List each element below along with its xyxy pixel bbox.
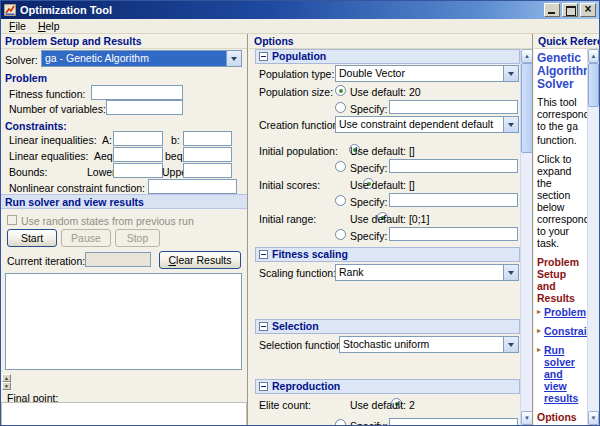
scroll-up-icon[interactable] <box>521 49 533 63</box>
elite-count-specify-radio[interactable] <box>335 419 346 425</box>
specify-label: Specify: <box>350 420 387 425</box>
selection-section-title: Selection <box>272 320 319 333</box>
solver-select[interactable]: ga - Genetic Algorithm <box>41 50 242 67</box>
app-icon <box>4 4 16 16</box>
fitness-scaling-section-title: Fitness scaling <box>272 248 348 261</box>
bounds-lower-input[interactable] <box>113 163 163 178</box>
specify-label: Specify: <box>350 162 387 174</box>
options-header: Options <box>249 34 532 49</box>
population-size-specify-radio[interactable] <box>335 102 346 113</box>
quickref-scrollbar[interactable] <box>587 49 599 425</box>
specify-label: Specify: <box>350 230 387 242</box>
results-display[interactable] <box>5 273 242 370</box>
maximize-button[interactable] <box>562 3 578 17</box>
selection-section-header[interactable]: Selection <box>255 319 520 334</box>
scaling-function-select[interactable]: Rank <box>335 264 519 281</box>
problem-setup-panel: Problem Setup and Results Solver: ga - G… <box>1 34 248 425</box>
linear-equalities-aeq-input[interactable] <box>113 147 163 162</box>
reproduction-section-header[interactable]: Reproduction <box>255 379 520 394</box>
pause-button[interactable]: Pause <box>61 229 111 247</box>
quickref-intro: This tool corresponds to the ga function… <box>537 96 585 146</box>
selection-function-label: Selection function: <box>259 339 345 351</box>
quick-reference-content: Genetic Algorithm Solver This tool corre… <box>534 49 587 425</box>
start-button[interactable]: Start <box>7 229 57 247</box>
close-button[interactable] <box>580 3 596 17</box>
linear-inequalities-a-input[interactable] <box>113 131 163 146</box>
quickref-expand-hint: Click to expand the section below corres… <box>537 153 585 249</box>
final-point-display <box>1 402 247 425</box>
bullet-arrow-icon <box>537 344 544 404</box>
population-section-header[interactable]: Population <box>255 49 520 64</box>
minimize-button[interactable] <box>544 3 560 17</box>
results-scroll-up-button[interactable] <box>2 374 11 382</box>
a-label: A: <box>102 134 112 146</box>
current-iteration-field[interactable] <box>85 252 151 267</box>
chevron-down-icon[interactable] <box>503 265 518 280</box>
creation-function-select[interactable]: Use constraint dependent default <box>335 116 519 133</box>
solver-value: ga - Genetic Algorithm <box>42 51 226 66</box>
scroll-down-icon[interactable] <box>588 411 599 425</box>
random-states-checkbox[interactable] <box>7 215 17 225</box>
initial-range-label: Initial range: <box>259 213 316 225</box>
initial-scores-label: Initial scores: <box>259 179 320 191</box>
window-title: Optimization Tool <box>20 4 112 16</box>
elite-count-specify-input[interactable] <box>389 418 518 425</box>
quickref-link-problem[interactable]: Problem <box>544 306 586 318</box>
fitness-function-input[interactable] <box>91 85 183 100</box>
selection-function-select[interactable]: Stochastic uniform <box>339 336 519 353</box>
menu-file[interactable]: File <box>3 20 32 32</box>
scroll-down-icon[interactable] <box>521 411 533 425</box>
reproduction-section-title: Reproduction <box>272 380 340 393</box>
initial-scores-specify-input[interactable] <box>389 193 518 207</box>
nonlinear-constraint-input[interactable] <box>148 179 237 194</box>
bounds-label: Bounds: <box>9 166 48 178</box>
chevron-down-icon[interactable] <box>226 51 241 66</box>
initial-range-default-label: Use default: [0;1] <box>350 213 429 225</box>
population-size-default-radio[interactable] <box>335 85 346 96</box>
chevron-down-icon[interactable] <box>503 117 518 132</box>
chevron-down-icon[interactable] <box>503 66 518 81</box>
chevron-down-icon[interactable] <box>503 337 518 352</box>
collapse-icon[interactable] <box>259 382 268 391</box>
population-type-value: Double Vector <box>336 66 503 81</box>
collapse-icon[interactable] <box>259 322 268 331</box>
quickref-link-run[interactable]: Run solver and view results <box>544 344 585 404</box>
population-size-default-label: Use default: 20 <box>350 86 421 98</box>
results-scroll-down-button[interactable] <box>2 382 11 390</box>
quickref-scrollbar-thumb[interactable] <box>588 63 599 107</box>
linear-inequalities-b-input[interactable] <box>183 131 232 146</box>
collapse-icon[interactable] <box>259 52 268 61</box>
selection-function-value: Stochastic uniform <box>340 337 503 352</box>
window-titlebar[interactable]: Optimization Tool <box>1 1 599 19</box>
constraints-heading: Constraints: <box>5 120 67 132</box>
initial-population-default-label: Use default: [] <box>350 145 415 157</box>
quickref-link-constraints[interactable]: Constraints <box>544 325 587 337</box>
problem-heading: Problem <box>5 72 47 84</box>
specify-label: Specify: <box>350 196 387 208</box>
nonlinear-constraint-label: Nonlinear constraint function: <box>9 182 145 194</box>
elite-count-label: Elite count: <box>259 399 311 411</box>
linear-inequalities-label: Linear inequalities: <box>9 134 97 146</box>
initial-scores-specify-radio[interactable] <box>335 195 346 206</box>
menu-help[interactable]: Help <box>32 20 66 32</box>
scroll-up-icon[interactable] <box>588 49 599 63</box>
options-scrollbar-thumb[interactable] <box>521 63 533 153</box>
num-variables-input[interactable] <box>106 100 183 115</box>
linear-equalities-beq-input[interactable] <box>183 147 232 162</box>
current-iteration-label: Current iteration: <box>7 255 85 267</box>
population-section-title: Population <box>272 50 326 63</box>
population-size-specify-input[interactable] <box>389 100 518 114</box>
initial-population-specify-radio[interactable] <box>335 161 346 172</box>
collapse-icon[interactable] <box>259 250 268 259</box>
clear-results-button[interactable]: Clear Results <box>159 251 241 269</box>
initial-range-specify-input[interactable] <box>389 227 518 241</box>
menu-bar: File Help <box>1 19 599 34</box>
bounds-upper-input[interactable] <box>183 163 232 178</box>
population-type-select[interactable]: Double Vector <box>335 65 519 82</box>
stop-button[interactable]: Stop <box>115 229 160 247</box>
initial-range-specify-radio[interactable] <box>335 229 346 240</box>
initial-population-specify-input[interactable] <box>389 159 518 173</box>
options-panel: Options Population Population type: Doub… <box>249 34 533 425</box>
options-scrollbar[interactable] <box>520 49 533 425</box>
fitness-scaling-section-header[interactable]: Fitness scaling <box>255 247 520 262</box>
